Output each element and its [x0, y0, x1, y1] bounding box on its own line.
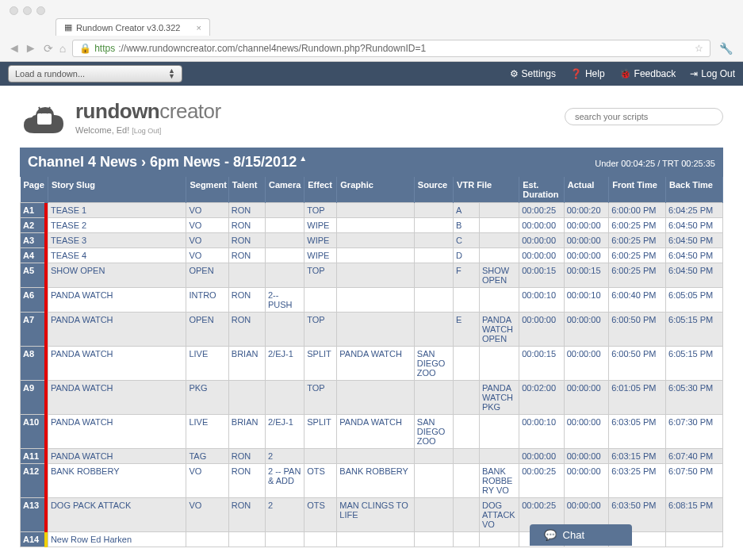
- cell-front[interactable]: 6:01:05 PM: [609, 381, 666, 415]
- traffic-light-min[interactable]: [23, 6, 32, 15]
- cell-graphic[interactable]: [337, 532, 415, 547]
- cell-source[interactable]: [414, 248, 453, 263]
- cell-talent[interactable]: RON: [228, 233, 265, 248]
- cell-camera[interactable]: 2--PUSH: [265, 288, 304, 313]
- cell-camera[interactable]: [265, 532, 304, 547]
- cell-effect[interactable]: [304, 532, 337, 547]
- cell-slug[interactable]: BANK ROBBERY: [48, 464, 186, 498]
- table-row[interactable]: A12BANK ROBBERYVORON2 -- PAN & ADDOTSBAN…: [21, 464, 723, 498]
- logout-link[interactable]: ⇥Log Out: [690, 68, 735, 79]
- cell-talent[interactable]: RON: [228, 449, 265, 464]
- cell-camera[interactable]: [265, 381, 304, 415]
- cell-front[interactable]: 6:00:50 PM: [609, 313, 666, 347]
- cell-graphic[interactable]: PANDA WATCH: [337, 347, 415, 381]
- table-row[interactable]: A11PANDA WATCHTAGRON200:00:0000:00:006:0…: [21, 449, 723, 464]
- cell-est[interactable]: 00:00:00: [519, 218, 564, 233]
- cell-talent[interactable]: [228, 532, 265, 547]
- cell-graphic[interactable]: BANK ROBBERY: [337, 464, 415, 498]
- cell-actual[interactable]: 00:00:00: [564, 248, 608, 263]
- wrench-icon[interactable]: 🔧: [717, 42, 735, 55]
- cell-slug[interactable]: PANDA WATCH: [48, 288, 186, 313]
- cell-page[interactable]: A10: [21, 415, 45, 449]
- cell-actual[interactable]: 00:00:00: [564, 313, 608, 347]
- cell-source[interactable]: SAN DIEGO ZOO: [414, 415, 453, 449]
- settings-link[interactable]: ⚙Settings: [510, 68, 556, 79]
- cell-est[interactable]: 00:00:10: [519, 288, 564, 313]
- cell-vtrfile2[interactable]: [479, 532, 519, 547]
- cell-graphic[interactable]: [337, 381, 415, 415]
- cell-page[interactable]: A8: [21, 347, 45, 381]
- cell-vtrfile[interactable]: D: [454, 248, 480, 263]
- cell-vtrfile2[interactable]: [479, 218, 519, 233]
- table-row[interactable]: A3TEASE 3VORONWIPEC00:00:0000:00:006:00:…: [21, 233, 723, 248]
- cell-graphic[interactable]: [337, 263, 415, 288]
- cell-back[interactable]: [666, 532, 723, 547]
- cell-front[interactable]: 6:00:25 PM: [609, 248, 666, 263]
- table-row[interactable]: A9PANDA WATCHPKGTOPPANDA WATCH PKG00:02:…: [21, 381, 723, 415]
- cell-actual[interactable]: 00:00:10: [564, 288, 608, 313]
- cell-actual[interactable]: 00:00:15: [564, 263, 608, 288]
- cell-est[interactable]: 00:00:10: [519, 415, 564, 449]
- cell-actual[interactable]: 00:00:00: [564, 464, 608, 498]
- cell-source[interactable]: [414, 218, 453, 233]
- cell-camera[interactable]: 2 -- PAN & ADD: [265, 464, 304, 498]
- title-dropdown-icon[interactable]: ▲: [299, 154, 307, 163]
- cell-talent[interactable]: RON: [228, 313, 265, 347]
- cell-source[interactable]: [414, 203, 453, 218]
- cell-est[interactable]: 00:00:00: [519, 313, 564, 347]
- cell-source[interactable]: [414, 313, 453, 347]
- cell-segment[interactable]: VO: [186, 498, 228, 532]
- tab-close-icon[interactable]: ×: [196, 23, 201, 33]
- traffic-light-max[interactable]: [36, 6, 45, 15]
- cell-camera[interactable]: 2: [265, 449, 304, 464]
- cell-front[interactable]: 6:00:25 PM: [609, 233, 666, 248]
- cell-vtrfile[interactable]: [454, 498, 480, 532]
- cell-source[interactable]: [414, 288, 453, 313]
- cell-segment[interactable]: VO: [186, 248, 228, 263]
- col-effect[interactable]: Effect: [304, 177, 337, 203]
- table-row[interactable]: A1TEASE 1VORONTOPA00:00:2500:00:206:00:0…: [21, 203, 723, 218]
- cell-front[interactable]: 6:03:05 PM: [609, 415, 666, 449]
- table-row[interactable]: A5SHOW OPENOPENTOPFSHOW OPEN00:00:1500:0…: [21, 263, 723, 288]
- cell-graphic[interactable]: [337, 233, 415, 248]
- cell-source[interactable]: SAN DIEGO ZOO: [414, 347, 453, 381]
- cell-vtrfile2[interactable]: [479, 449, 519, 464]
- cell-page[interactable]: A6: [21, 288, 45, 313]
- cell-source[interactable]: [414, 532, 453, 547]
- cell-camera[interactable]: [265, 203, 304, 218]
- cell-slug[interactable]: TEASE 3: [48, 233, 186, 248]
- cell-back[interactable]: 6:05:15 PM: [666, 347, 723, 381]
- cell-est[interactable]: 00:02:00: [519, 381, 564, 415]
- rundown-title[interactable]: Channel 4 News›6pm News - 8/15/2012▲: [28, 154, 307, 171]
- cell-talent[interactable]: RON: [228, 498, 265, 532]
- cell-actual[interactable]: 00:00:20: [564, 203, 608, 218]
- cell-source[interactable]: [414, 498, 453, 532]
- cell-talent[interactable]: [228, 263, 265, 288]
- cell-front[interactable]: 6:00:50 PM: [609, 347, 666, 381]
- chat-widget[interactable]: 💬 Chat: [530, 524, 632, 546]
- cell-segment[interactable]: [186, 532, 228, 547]
- cell-segment[interactable]: VO: [186, 218, 228, 233]
- cell-camera[interactable]: [265, 218, 304, 233]
- cell-segment[interactable]: TAG: [186, 449, 228, 464]
- cell-talent[interactable]: RON: [228, 464, 265, 498]
- cell-segment[interactable]: VO: [186, 233, 228, 248]
- cell-segment[interactable]: INTRO: [186, 288, 228, 313]
- url-bar[interactable]: 🔒 https://www.rundowncreator.com/channel…: [72, 40, 710, 57]
- cell-front[interactable]: 6:00:25 PM: [609, 263, 666, 288]
- cell-segment[interactable]: VO: [186, 464, 228, 498]
- cell-vtrfile2[interactable]: [479, 248, 519, 263]
- cell-slug[interactable]: New Row Ed Harken: [48, 532, 186, 547]
- cell-page[interactable]: A2: [21, 218, 45, 233]
- cell-front[interactable]: 6:00:40 PM: [609, 288, 666, 313]
- cell-page[interactable]: A5: [21, 263, 45, 288]
- cell-back[interactable]: 6:07:40 PM: [666, 449, 723, 464]
- cell-vtrfile2[interactable]: [479, 233, 519, 248]
- cell-talent[interactable]: RON: [228, 203, 265, 218]
- help-link[interactable]: ❓Help: [570, 68, 605, 79]
- cell-actual[interactable]: 00:00:00: [564, 449, 608, 464]
- cell-page[interactable]: A3: [21, 233, 45, 248]
- cell-back[interactable]: 6:05:05 PM: [666, 288, 723, 313]
- cell-camera[interactable]: 2/EJ-1: [265, 347, 304, 381]
- cell-vtrfile[interactable]: [454, 347, 480, 381]
